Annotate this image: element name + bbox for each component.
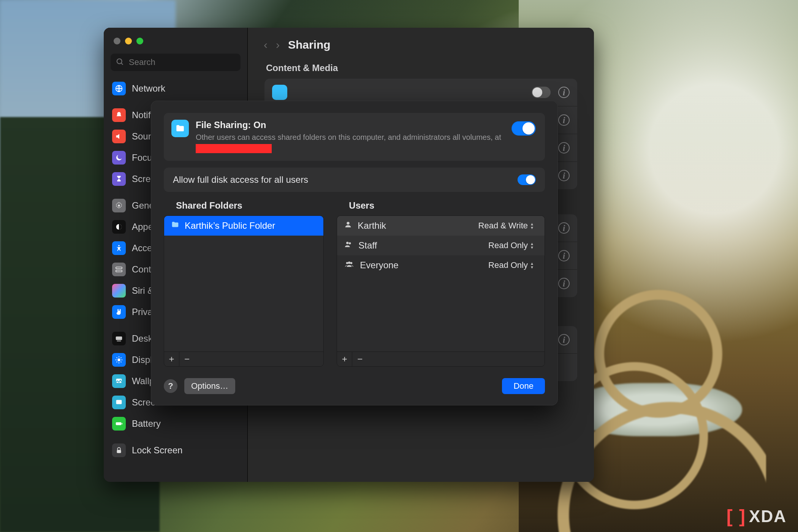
sheet-footer: ? Options… Done [164,367,545,394]
nav-back-button[interactable]: ‹ [264,39,268,51]
svg-rect-21 [116,422,122,425]
sidebar-item-lock-screen[interactable]: Lock Screen [104,440,247,461]
search-input[interactable] [111,54,241,71]
info-icon[interactable]: i [558,222,570,234]
full-disk-toggle[interactable] [518,174,536,185]
traffic-lights [104,33,247,51]
user-permission-select[interactable]: Read & Write [478,221,538,231]
info-icon[interactable]: i [558,142,570,154]
remove-folder-button[interactable]: − [179,352,195,366]
svg-point-10 [117,358,120,361]
user-name: Karthik [358,220,473,231]
shared-folder-name: Karthik’s Public Folder [185,220,317,231]
file-sharing-toggle[interactable] [511,121,536,136]
user-permission-value: Read & Write [478,221,528,231]
nav-fwd-button[interactable]: › [276,39,280,51]
shared-folders-col: Shared Folders Karthik’s Public Folder +… [164,199,324,367]
svg-line-16 [121,362,122,363]
svg-point-29 [346,242,348,244]
fullscreen-window-button[interactable] [136,38,143,44]
svg-rect-22 [122,423,122,424]
shared-folders-list: Karthik’s Public Folder + − [164,215,324,367]
user-name: Staff [358,240,483,251]
svg-line-18 [121,358,122,358]
remove-user-button[interactable]: − [352,352,367,366]
hand-icon [112,305,126,319]
person-icon [344,220,352,231]
full-disk-label: Allow full disk access for all users [173,174,518,185]
svg-point-31 [346,262,348,264]
redacted-address [196,144,272,153]
lists-wrap: Shared Folders Karthik’s Public Folder +… [164,199,545,367]
svg-rect-8 [116,337,122,340]
minimize-window-button[interactable] [125,38,132,44]
speaker-icon [112,130,126,143]
page-title: Sharing [288,38,331,51]
folder-share-icon [171,120,189,137]
moon-icon [112,151,126,165]
add-folder-button[interactable]: + [164,352,179,366]
info-icon[interactable]: i [558,334,570,345]
user-permission-select[interactable]: Read Only [488,241,538,250]
user-permission-select[interactable]: Read Only [488,260,538,270]
users-list: Karthik Read & Write Staff Read Only Eve… [337,215,545,367]
user-name: Everyone [360,260,483,271]
svg-rect-23 [117,450,121,453]
siri-icon [112,284,126,298]
sun-icon [112,353,126,367]
info-icon[interactable]: i [558,114,570,126]
globe-icon [112,82,126,95]
users-col: Users Karthik Read & Write Staff Read On… [337,199,545,367]
toggle[interactable] [532,87,551,98]
main-header: ‹ › Sharing [248,28,594,60]
sidebar-item-label: Network [132,83,165,94]
svg-line-15 [117,358,117,358]
svg-point-5 [118,245,120,247]
file-sharing-text: File Sharing: On Other users can access … [196,120,505,153]
users-heading: Users [337,199,545,215]
full-disk-card: Allow full disk access for all users [164,168,545,192]
sidebar-item-battery[interactable]: Battery [104,413,247,434]
search-icon [116,58,124,68]
lock-icon [112,443,126,457]
group-icon [344,260,355,271]
add-user-button[interactable]: + [337,352,352,366]
wallpaper-icon [112,374,126,388]
users-footer: + − [337,352,545,366]
shared-folders-footer: + − [164,352,323,366]
svg-point-33 [350,262,353,264]
stepper-icon [531,241,538,250]
svg-point-0 [117,59,122,64]
watermark: [ ] XDA [727,506,787,527]
user-row[interactable]: Karthik Read & Write [337,216,545,236]
bracket-icon: [ ] [727,506,746,527]
sidebar-item-network[interactable]: Network [104,78,247,99]
file-sharing-desc: Other users can access shared folders on… [196,132,505,153]
help-button[interactable]: ? [164,379,177,393]
svg-rect-9 [117,341,121,342]
svg-line-17 [117,362,117,363]
options-button[interactable]: Options… [184,378,235,394]
file-sharing-sheet: File Sharing: On Other users can access … [151,101,558,405]
svg-rect-7 [116,270,122,272]
info-icon[interactable]: i [558,87,570,98]
people-icon [344,240,353,251]
stepper-icon [531,261,538,269]
info-icon[interactable]: i [558,278,570,289]
folder-icon [171,220,179,231]
shared-folders-heading: Shared Folders [164,199,324,215]
svg-rect-6 [116,267,122,269]
shared-folder-row[interactable]: Karthik’s Public Folder [164,216,323,236]
switches-icon [112,263,126,276]
file-sharing-status-card: File Sharing: On Other users can access … [164,113,545,161]
done-button[interactable]: Done [502,378,545,394]
info-icon[interactable]: i [558,250,570,261]
appearance-icon [112,220,126,234]
screensaver-icon [112,396,126,409]
section-content-media: Content & Media [248,60,594,79]
user-row[interactable]: Staff Read Only [337,236,545,255]
info-icon[interactable]: i [558,170,570,181]
watermark-text: XDA [749,507,787,526]
user-row[interactable]: Everyone Read Only [337,255,545,275]
close-window-button[interactable] [114,38,120,44]
